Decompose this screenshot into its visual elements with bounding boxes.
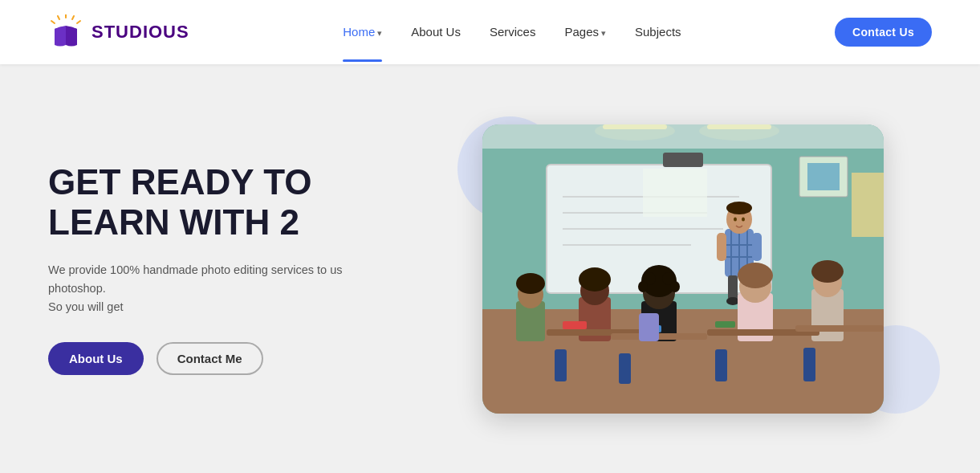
svg-point-47 [738,263,773,288]
nav-item-about[interactable]: About Us [411,25,461,39]
classroom-illustration [482,124,884,414]
chevron-down-icon: ▾ [601,28,606,38]
svg-point-31 [726,297,739,305]
svg-rect-18 [852,173,884,237]
nav-item-home[interactable]: Home▾ [343,25,382,39]
logo-text: STUDIOUS [91,22,189,43]
nav-item-subjects[interactable]: Subjects [635,25,681,39]
chevron-down-icon: ▾ [377,28,382,38]
svg-rect-61 [555,349,567,381]
nav-link-pages[interactable]: Pages▾ [564,25,606,39]
svg-line-4 [51,21,55,23]
hero-content: GET READY TO LEARN WITH 2 We provide 100… [48,162,433,376]
hero-subtext: We provide 100% handmade photo editing s… [48,261,385,317]
svg-rect-64 [803,348,815,381]
classroom-image [482,124,884,414]
hero-buttons: About Us Contact Me [48,342,433,375]
nav-item-pages[interactable]: Pages▾ [564,25,606,39]
svg-point-41 [670,281,680,292]
nav-link-about[interactable]: About Us [411,25,461,39]
svg-rect-63 [715,349,727,381]
svg-line-2 [58,16,59,19]
svg-rect-15 [663,153,703,167]
svg-line-3 [77,21,80,23]
logo[interactable]: STUDIOUS [48,14,189,50]
svg-point-28 [742,217,745,221]
svg-rect-34 [752,233,762,261]
svg-rect-33 [717,233,726,261]
book-icon [48,14,83,50]
about-us-button[interactable]: About Us [48,342,144,375]
svg-rect-58 [563,321,587,329]
svg-rect-6 [482,124,884,149]
svg-rect-59 [715,321,735,328]
svg-point-44 [579,267,611,292]
svg-point-26 [726,202,752,214]
nav-link-subjects[interactable]: Subjects [635,25,681,39]
svg-line-1 [72,16,74,19]
nav-links: Home▾ About Us Services Pages▾ Subjects [343,25,681,39]
hero-section: GET READY TO LEARN WITH 2 We provide 100… [0,64,980,473]
svg-rect-14 [643,169,707,217]
nav-link-services[interactable]: Services [490,25,536,39]
svg-rect-29 [728,275,738,300]
svg-point-40 [638,281,648,292]
nav-item-services[interactable]: Services [490,25,536,39]
svg-rect-69 [639,313,659,341]
svg-point-27 [734,217,737,221]
svg-rect-17 [807,163,840,190]
contact-me-button[interactable]: Contact Me [157,342,263,375]
svg-rect-57 [795,325,884,332]
hero-heading: GET READY TO LEARN WITH 2 [48,162,433,243]
svg-point-50 [811,260,844,283]
navbar: STUDIOUS Home▾ About Us Services Pages▾ … [0,0,980,64]
nav-link-home[interactable]: Home▾ [343,25,382,39]
nav-contact-button[interactable]: Contact Us [835,18,932,47]
svg-rect-62 [619,353,631,384]
hero-image-area [433,100,932,438]
svg-point-53 [516,273,545,294]
